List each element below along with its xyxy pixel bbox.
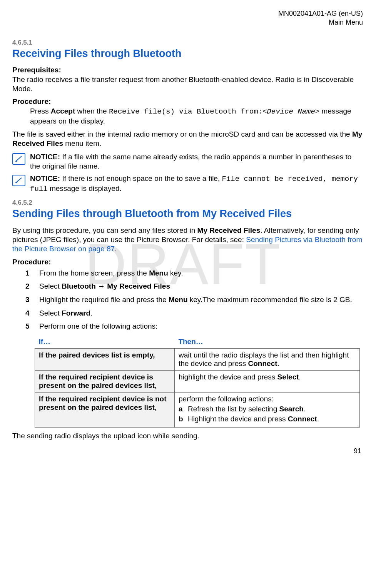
text: Press xyxy=(30,107,51,115)
accept-label: Accept xyxy=(51,107,75,115)
svg-line-0 xyxy=(16,156,22,161)
text: key.The maximum recommended file size is… xyxy=(187,296,352,304)
notice-text: NOTICE: If there is not enough space on … xyxy=(30,174,363,194)
text: menu item. xyxy=(63,139,101,147)
page-number: 91 xyxy=(354,447,361,455)
procedure-step: Press Accept when the Receive file(s) vi… xyxy=(30,107,363,126)
notice-label: NOTICE: xyxy=(30,174,60,182)
table-row: If the required recipient device is pres… xyxy=(35,371,360,393)
section-number: 4.6.5.2 xyxy=(12,199,363,207)
text: . xyxy=(115,245,117,253)
code-text: Receive file(s) via Bluetooth from: xyxy=(109,107,262,116)
text: The file is saved either in the internal… xyxy=(12,130,352,138)
key-name: Menu xyxy=(149,269,168,277)
device-name-placeholder: <Device Name> xyxy=(262,107,319,116)
table-cell-if: If the required recipient device is not … xyxy=(35,393,175,428)
procedure-label: Procedure: xyxy=(12,258,363,266)
action-name: Forward xyxy=(62,309,90,317)
text: Perform one of the following actions: xyxy=(39,322,157,330)
section-title: Receiving Files through Bluetooth xyxy=(12,47,363,60)
section-title: Sending Files through Bluetooth from My … xyxy=(12,207,363,220)
table-header-then: Then… xyxy=(174,335,359,349)
text: message is displayed. xyxy=(48,184,122,192)
if-then-table: If… Then… If the paired devices list is … xyxy=(35,335,360,428)
text: . xyxy=(277,359,279,368)
menu-item-name: My Received Files xyxy=(197,226,261,234)
doc-id: MN002041A01-AG (en-US) xyxy=(12,9,363,18)
action-name: Connect xyxy=(248,359,277,368)
list-item: Perform one of the following actions: xyxy=(12,322,363,331)
notice-text: NOTICE: If a file with the same name alr… xyxy=(30,152,363,171)
key-name: Menu xyxy=(169,296,188,304)
text: . xyxy=(90,309,92,317)
svg-line-2 xyxy=(16,178,22,183)
page-header: MN002041A01-AG (en-US) Main Menu xyxy=(12,9,363,27)
closing-text: The sending radio displays the upload ic… xyxy=(12,431,363,441)
text: Select xyxy=(39,282,62,290)
table-row: If the paired devices list is empty, wai… xyxy=(35,349,360,371)
sub-label: a xyxy=(179,405,183,413)
list-item: aRefresh the list by selecting Search. xyxy=(179,405,356,413)
text: By using this procedure, you can send an… xyxy=(12,226,197,234)
action-name: Search xyxy=(279,405,304,413)
text: key. xyxy=(168,269,183,277)
table-cell-if: If the required recipient device is pres… xyxy=(35,371,175,393)
notice-label: NOTICE: xyxy=(30,153,60,161)
action-name: Connect xyxy=(288,415,317,423)
text: From the home screen, press the xyxy=(39,269,149,277)
procedure-steps: From the home screen, press the Menu key… xyxy=(12,269,363,331)
list-item: Select Forward. xyxy=(12,309,363,318)
notice-block: NOTICE: If a file with the same name alr… xyxy=(12,152,363,171)
text: If a file with the same name already exi… xyxy=(30,153,351,170)
list-item: From the home screen, press the Menu key… xyxy=(12,269,363,278)
notice-icon xyxy=(12,153,25,165)
notice-block: NOTICE: If there is not enough space on … xyxy=(12,174,363,194)
sub-steps: aRefresh the list by selecting Search. b… xyxy=(179,405,356,423)
arrow: → xyxy=(96,282,107,290)
menu-path: My Received Files xyxy=(107,282,170,290)
table-cell-then: highlight the device and press Select. xyxy=(174,371,359,393)
action-name: Select xyxy=(277,373,299,381)
text: . xyxy=(299,373,301,381)
text: perform the following actions: xyxy=(179,395,356,403)
table-cell-if: If the paired devices list is empty, xyxy=(35,349,175,371)
menu-path: Bluetooth xyxy=(62,282,96,290)
text: If there is not enough space on the to s… xyxy=(60,174,222,182)
text: Select xyxy=(39,309,62,317)
text: Highlight the required file and press th… xyxy=(39,296,169,304)
table-cell-then: perform the following actions: aRefresh … xyxy=(174,393,359,428)
notice-icon xyxy=(12,175,25,186)
list-item: Select Bluetooth → My Received Files xyxy=(12,282,363,291)
text: . xyxy=(304,405,306,413)
breadcrumb: Main Menu xyxy=(12,18,363,27)
text: Refresh the list by selecting xyxy=(188,405,279,413)
prerequisites-label: Prerequisites: xyxy=(12,66,363,74)
list-item: bHighlight the device and press Connect. xyxy=(179,415,356,423)
intro-text: By using this procedure, you can send an… xyxy=(12,226,363,254)
text: when the xyxy=(75,107,109,115)
list-item: Highlight the required file and press th… xyxy=(12,295,363,305)
table-row: If the required recipient device is not … xyxy=(35,393,360,428)
section-number: 4.6.5.1 xyxy=(12,39,363,47)
text: . xyxy=(317,415,319,423)
prerequisites-text: The radio receives a file transfer reque… xyxy=(12,75,363,94)
result-text: The file is saved either in the internal… xyxy=(12,130,363,149)
text: highlight the device and press xyxy=(179,373,277,381)
table-cell-then: wait until the radio displays the list a… xyxy=(174,349,359,371)
procedure-label: Procedure: xyxy=(12,97,363,106)
text: Highlight the device and press xyxy=(188,415,288,423)
sub-label: b xyxy=(179,415,183,423)
table-header-if: If… xyxy=(35,335,175,349)
